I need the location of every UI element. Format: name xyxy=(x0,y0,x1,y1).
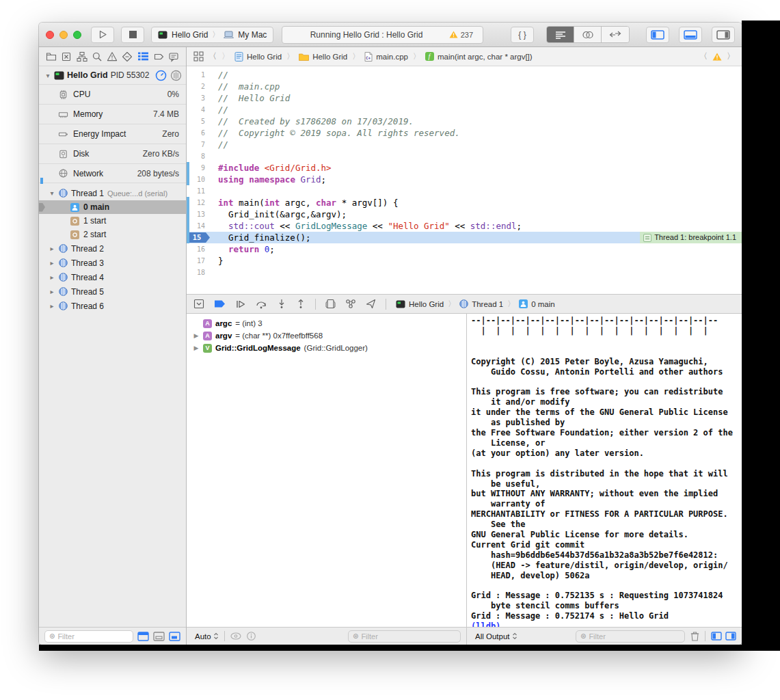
code-line[interactable]: 7// xyxy=(187,139,742,150)
code-line-breakpoint[interactable]: 15 Grid_finalize();Thread 1: breakpoint … xyxy=(187,232,742,243)
minimize-window-button[interactable] xyxy=(59,31,68,39)
breakpoint-marker[interactable]: 15 xyxy=(189,232,210,243)
process-row[interactable]: ▾ Hello Grid PID 55302 xyxy=(39,66,186,84)
thread-row[interactable]: ▸Thread 5 xyxy=(39,284,186,299)
report-navigator-icon[interactable] xyxy=(168,51,179,62)
show-stack-frames-toggle-icon[interactable] xyxy=(153,632,165,641)
source-control-navigator-icon[interactable] xyxy=(61,51,72,62)
memory-graph-icon[interactable] xyxy=(345,299,356,309)
related-items-icon[interactable] xyxy=(193,51,204,62)
show-variables-view-icon[interactable] xyxy=(711,632,722,641)
performance-gauge-icon[interactable] xyxy=(155,70,167,81)
gauge-row-network[interactable]: Network208 bytes/s xyxy=(39,163,186,183)
hide-debug-area-icon[interactable] xyxy=(193,299,204,309)
scheme-selector[interactable]: Hello Grid 〉 My Mac xyxy=(151,27,273,43)
code-line[interactable]: 6// Copyright © 2019 sopa. All rights re… xyxy=(187,127,742,139)
code-line[interactable]: 11 xyxy=(187,185,742,197)
code-line[interactable]: 13 Grid_init(&argc,&argv); xyxy=(187,208,742,220)
disclosure-triangle-icon[interactable]: ▸ xyxy=(49,288,55,295)
breakpoints-toggle-icon[interactable] xyxy=(214,299,226,308)
disclosure-triangle-icon[interactable]: ▾ xyxy=(49,189,55,197)
next-issue-button[interactable]: 〉 xyxy=(727,51,735,62)
forward-button[interactable]: 〉 xyxy=(221,51,230,62)
code-line[interactable]: 3// Hello Grid xyxy=(187,92,742,104)
variables-scope-popup[interactable]: Auto xyxy=(195,632,219,641)
code-line[interactable]: 8 xyxy=(187,150,742,162)
variables-filter-field[interactable]: ⊜ Filter xyxy=(348,630,461,643)
gauge-row-disk[interactable]: DiskZero KB/s xyxy=(39,144,186,163)
thread-row[interactable]: ▸Thread 6 xyxy=(39,299,186,313)
toggle-navigator-button[interactable] xyxy=(646,27,669,43)
debug-navigator-icon[interactable] xyxy=(137,51,149,62)
code-line[interactable]: 17} xyxy=(187,255,742,267)
step-out-icon[interactable] xyxy=(296,299,306,309)
gauge-row-energy[interactable]: Energy ImpactZero xyxy=(39,124,186,144)
breadcrumb-item[interactable]: Hello Grid xyxy=(234,52,282,62)
run-button[interactable] xyxy=(91,27,114,43)
breadcrumb-item[interactable]: C+main.cpp xyxy=(364,52,408,62)
clear-console-trash-icon[interactable] xyxy=(690,631,699,641)
quicklook-eye-icon[interactable] xyxy=(230,632,241,640)
variable-row[interactable]: Aargc = (int) 3 xyxy=(187,317,466,329)
variable-row[interactable]: ▶Aargv = (char **) 0x7ffeefbff568 xyxy=(187,329,466,342)
debug-breadcrumb-item[interactable]: Hello Grid xyxy=(396,300,444,308)
zoom-window-button[interactable] xyxy=(73,31,81,39)
symbol-navigator-icon[interactable] xyxy=(77,51,88,62)
toggle-inspector-button[interactable] xyxy=(712,27,735,43)
code-line[interactable]: 14 std::cout << GridLogMessage << "Hello… xyxy=(187,220,742,232)
library-button[interactable]: { } xyxy=(511,27,534,43)
console-view[interactable]: --|--|--|--|--|--|--|--|--|--|--|--|--|-… xyxy=(466,314,742,627)
view-debugger-icon[interactable] xyxy=(325,299,336,309)
info-icon[interactable] xyxy=(247,632,256,641)
disclosure-triangle-icon[interactable]: ▸ xyxy=(49,302,55,310)
warning-icon[interactable] xyxy=(712,53,722,61)
find-navigator-icon[interactable] xyxy=(92,51,103,62)
breakpoint-navigator-icon[interactable] xyxy=(153,51,164,62)
disclosure-triangle-icon[interactable]: ▸ xyxy=(49,273,55,281)
disclosure-triangle-icon[interactable]: ▶ xyxy=(193,332,200,339)
assistant-editor-button[interactable] xyxy=(574,27,602,42)
step-into-icon[interactable] xyxy=(277,299,286,309)
code-line[interactable]: 4// xyxy=(187,104,742,116)
back-button[interactable]: 〈 xyxy=(209,51,217,62)
code-line[interactable]: 18 xyxy=(187,267,742,278)
disclosure-triangle-icon[interactable]: ▶ xyxy=(193,345,200,351)
step-over-icon[interactable] xyxy=(256,299,267,309)
variable-row[interactable]: ▶VGrid::GridLogMessage (Grid::GridLogger… xyxy=(187,342,466,354)
project-navigator-icon[interactable] xyxy=(46,51,57,62)
lldb-prompt[interactable]: (lldb) xyxy=(471,621,500,627)
version-editor-button[interactable] xyxy=(602,27,629,42)
show-crashed-toggle-icon[interactable] xyxy=(169,632,180,641)
navigator-filter-field[interactable]: ⊜ Filter xyxy=(44,630,133,643)
thread-row[interactable]: ▸Thread 4 xyxy=(39,270,186,284)
disclosure-triangle-icon[interactable]: ▾ xyxy=(44,72,51,79)
debug-breadcrumb-item[interactable]: 0 main xyxy=(519,299,555,308)
gauge-row-cpu[interactable]: CPU0% xyxy=(39,84,186,104)
code-line[interactable]: 16 return 0; xyxy=(187,243,742,255)
stop-button[interactable] xyxy=(121,27,144,43)
continue-execution-icon[interactable] xyxy=(235,299,246,309)
memory-rings-icon[interactable] xyxy=(170,70,182,81)
show-running-toggle-icon[interactable] xyxy=(137,632,149,641)
breakpoint-annotation[interactable]: Thread 1: breakpoint 1.1 xyxy=(640,232,742,243)
thread-row[interactable]: ▾Thread 1Queue:...d (serial) xyxy=(39,186,186,200)
activity-viewer[interactable]: Running Hello Grid : Hello Grid 237 xyxy=(282,26,483,44)
toggle-debug-area-button[interactable] xyxy=(679,27,702,43)
code-line[interactable]: 10using namespace Grid; xyxy=(187,174,742,185)
warning-count-badge[interactable]: 237 xyxy=(445,29,477,40)
thread-row[interactable]: ▸Thread 2 xyxy=(39,241,186,256)
disclosure-triangle-icon[interactable]: ▸ xyxy=(49,259,55,267)
thread-row[interactable]: ▸Thread 3 xyxy=(39,256,186,270)
disclosure-triangle-icon[interactable]: ▸ xyxy=(49,245,55,252)
stack-frame-row[interactable]: 0 main xyxy=(39,200,186,214)
show-console-view-icon[interactable] xyxy=(725,632,736,641)
console-filter-field[interactable]: ⊜ Filter xyxy=(576,630,685,643)
issue-navigator-icon[interactable] xyxy=(107,51,118,62)
test-navigator-icon[interactable] xyxy=(122,51,133,62)
code-line[interactable]: 1// xyxy=(187,69,742,81)
code-line[interactable]: 2// main.cpp xyxy=(187,81,742,92)
stack-frame-row[interactable]: 2 start xyxy=(39,228,186,241)
breadcrumb-item[interactable]: fmain(int argc, char * argv[]) xyxy=(425,52,533,61)
code-line[interactable]: 12int main(int argc, char * argv[]) { xyxy=(187,197,742,208)
stack-frame-row[interactable]: 1 start xyxy=(39,214,186,228)
